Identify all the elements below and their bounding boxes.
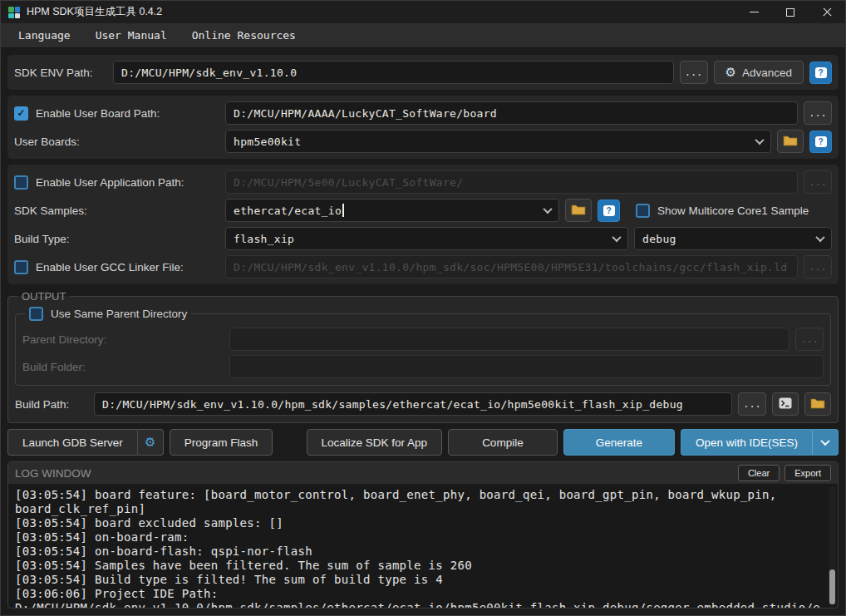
log-line: [03:05:54] on-board-ram: <box>15 530 823 545</box>
main-content: SDK ENV Path: D:/MCU/HPM/sdk_env_v1.10.0… <box>1 48 845 615</box>
window-controls <box>735 1 845 23</box>
log-scrollbar-thumb[interactable] <box>829 569 835 604</box>
app-icon <box>7 6 21 19</box>
help-icon: ? <box>815 136 827 147</box>
log-header: LOG WINDOW Clear Export <box>8 462 838 485</box>
show-multicore-label: Show Multicore Core1 Sample <box>657 205 809 217</box>
window-title: HPM SDK项目生成工具 0.4.2 <box>27 5 735 19</box>
same-parent-group: Use Same Parent Directory Parent Directo… <box>15 307 831 386</box>
use-same-parent-label: Use Same Parent Directory <box>51 308 187 320</box>
user-boards-select[interactable]: hpm5e00kit <box>225 130 771 153</box>
sdk-env-panel: SDK ENV Path: D:/MCU/HPM/sdk_env_v1.10.0… <box>7 55 839 90</box>
advanced-button-label: Advanced <box>742 67 792 79</box>
menu-user-manual[interactable]: User Manual <box>83 23 180 47</box>
user-board-browse-button[interactable]: ... <box>804 101 832 125</box>
folder-icon <box>783 135 798 149</box>
action-bar: Launch GDB Server ⚙ Program Flash Locali… <box>7 429 839 456</box>
sdk-env-path-label: SDK ENV Path: <box>14 67 107 79</box>
enable-user-board-label: Enable User Board Path: <box>36 107 160 120</box>
close-button[interactable] <box>809 1 845 23</box>
sdk-samples-combo[interactable]: ethercat/ecat_io <box>225 199 559 222</box>
user-boards-help-button[interactable]: ? <box>809 131 832 153</box>
check-icon: ✓ <box>17 107 25 119</box>
show-multicore-checkbox[interactable] <box>636 204 650 218</box>
log-scrollbar[interactable] <box>829 486 836 606</box>
user-boards-folder-button[interactable] <box>777 130 804 153</box>
user-board-panel: ✓ Enable User Board Path: D:/MCU/HPM/AAA… <box>7 96 839 159</box>
open-with-ide-dropdown-button[interactable] <box>812 429 839 456</box>
log-line: [03:06:06] Project IDE Path: D:/MCU/HPM/… <box>15 587 823 608</box>
log-line: [03:05:54] on-board-flash: qspi-nor-flas… <box>15 545 823 559</box>
chevron-down-icon <box>815 233 824 242</box>
program-flash-button[interactable]: Program Flash <box>170 429 273 456</box>
folder-icon <box>571 204 586 218</box>
enable-user-app-label: Enable User Application Path: <box>36 176 184 189</box>
chevron-down-icon <box>755 136 764 145</box>
launch-gdb-server-button[interactable]: Launch GDB Server <box>7 429 137 456</box>
sdk-samples-help-button[interactable]: ? <box>598 200 620 222</box>
log-export-button[interactable]: Export <box>785 465 831 481</box>
gdb-settings-button[interactable]: ⚙ <box>137 429 164 456</box>
titlebar: HPM SDK项目生成工具 0.4.2 <box>1 1 845 23</box>
enable-user-linker-checkbox[interactable] <box>14 260 28 274</box>
chevron-down-icon <box>543 205 552 214</box>
localize-sdk-button[interactable]: Localize SDK for App <box>307 429 443 456</box>
close-icon <box>822 7 833 17</box>
open-terminal-button[interactable] <box>772 392 799 416</box>
chevron-down-icon <box>612 233 621 242</box>
folder-icon <box>810 397 825 411</box>
chevron-down-icon <box>820 436 829 446</box>
parent-directory-browse-button[interactable]: ... <box>795 328 824 351</box>
build-type-select[interactable]: flash_xip <box>225 227 628 250</box>
menu-language[interactable]: Language <box>6 23 83 47</box>
terminal-icon <box>779 397 792 411</box>
menubar: Language User Manual Online Resources <box>1 23 845 48</box>
enable-user-linker-label: Enable User GCC Linker File: <box>36 261 184 274</box>
launch-gdb-split-button: Launch GDB Server ⚙ <box>7 429 164 456</box>
log-output[interactable]: [03:05:54] board feature: [board_motor_c… <box>8 485 838 608</box>
minimize-icon <box>750 12 759 13</box>
linker-file-input[interactable]: D:/MCU/HPM/sdk_env_v1.10.0/hpm_sdk/soc/H… <box>225 255 798 278</box>
build-path-browse-button[interactable]: ... <box>738 392 766 416</box>
output-section-label: OUTPUT <box>17 290 70 303</box>
sdk-samples-label: SDK Samples: <box>14 205 87 217</box>
user-board-path-input[interactable]: D:/MCU/HPM/AAAA/LuckyCAT_SoftWare/board <box>225 101 798 125</box>
application-panel: Enable User Application Path: D:/MCU/HPM… <box>7 165 839 284</box>
use-same-parent-checkbox[interactable] <box>29 307 43 321</box>
log-window: LOG WINDOW Clear Export [03:05:54] board… <box>7 461 839 609</box>
enable-user-app-checkbox[interactable] <box>14 175 28 190</box>
log-line: [03:05:54] Samples have been filtered. T… <box>15 559 823 573</box>
log-line: [03:05:54] Build type is filted! The sum… <box>15 573 823 587</box>
log-clear-button[interactable]: Clear <box>738 465 780 481</box>
help-icon: ? <box>603 205 615 216</box>
parent-directory-input[interactable] <box>229 328 789 351</box>
user-app-path-input[interactable]: D:/MCU/HPM/5e00/LuckyCAT_SoftWare/ <box>225 170 798 194</box>
generate-button[interactable]: Generate <box>563 429 675 456</box>
build-path-input[interactable]: D:/MCU/HPM/sdk_env_v1.10.0/hpm_sdk/sampl… <box>94 392 732 416</box>
sdk-env-browse-button[interactable]: ... <box>680 61 708 84</box>
linker-browse-button[interactable]: ... <box>804 255 832 278</box>
minimize-button[interactable] <box>735 1 772 23</box>
gear-icon: ⚙ <box>725 67 736 79</box>
log-line: [03:05:54] board feature: [board_motor_c… <box>15 488 823 516</box>
maximize-button[interactable] <box>772 1 809 23</box>
gear-icon: ⚙ <box>145 436 155 449</box>
open-with-ide-button[interactable]: Open with IDE(SES) <box>681 429 812 456</box>
sdk-env-path-input[interactable]: D:/MCU/HPM/sdk_env_v1.10.0 <box>113 61 674 84</box>
build-folder-input[interactable] <box>229 355 824 378</box>
text-caret <box>342 204 344 217</box>
maximize-icon <box>786 8 794 17</box>
compile-button[interactable]: Compile <box>448 429 558 456</box>
menu-online-resources[interactable]: Online Resources <box>180 23 308 47</box>
user-app-browse-button[interactable]: ... <box>804 170 832 194</box>
sdk-samples-folder-button[interactable] <box>565 199 592 222</box>
help-icon: ? <box>815 67 827 78</box>
advanced-button[interactable]: ⚙ Advanced <box>714 61 804 84</box>
parent-directory-label: Parent Directory: <box>22 333 106 346</box>
sdk-env-help-button[interactable]: ? <box>809 62 832 84</box>
output-section: OUTPUT Use Same Parent Directory Parent … <box>7 290 839 423</box>
build-path-label: Build Path: <box>15 398 88 411</box>
build-profile-select[interactable]: debug <box>634 227 832 250</box>
enable-user-board-checkbox[interactable]: ✓ <box>14 106 28 121</box>
build-path-folder-button[interactable] <box>804 392 831 416</box>
